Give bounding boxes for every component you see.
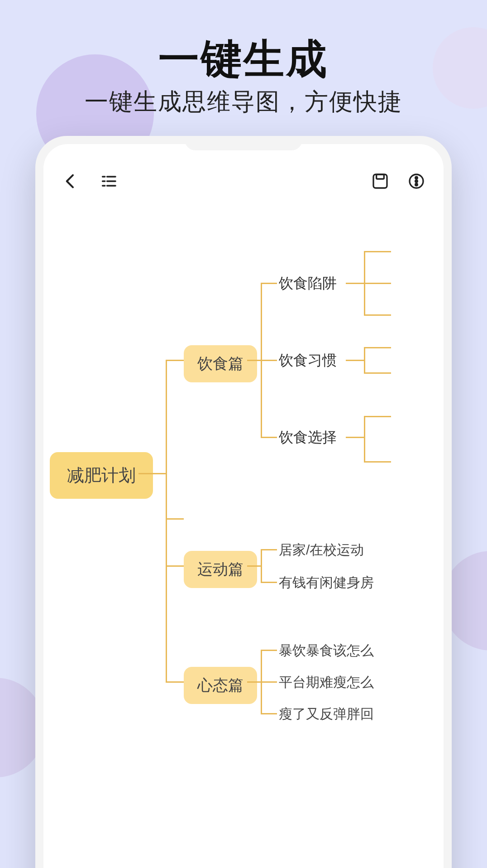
node-label: 饮食选择 (279, 428, 337, 448)
node-label: 饮食陷阱 (279, 274, 337, 294)
connector (166, 518, 167, 565)
outline-icon[interactable] (100, 172, 118, 190)
phone-frame: 减肥计划 饮食篇 饮食陷阱 (35, 136, 452, 868)
mindmap-canvas[interactable]: 减肥计划 饮食篇 饮食陷阱 (43, 226, 444, 868)
connector (261, 681, 277, 683)
connector (364, 347, 391, 348)
connector (247, 681, 261, 683)
mindmap-leaf-node[interactable]: 有钱有闲健身房 (279, 574, 374, 592)
mindmap-leaf-node[interactable]: 饮食习惯 (279, 351, 337, 371)
connector (364, 372, 391, 374)
node-label: 饮食篇 (197, 353, 244, 374)
connector (346, 360, 364, 361)
node-label: 暴饮暴食该怎么 (279, 641, 374, 660)
more-icon[interactable] (407, 172, 425, 190)
connector (346, 437, 364, 438)
connector (261, 549, 262, 582)
top-toolbar (62, 168, 425, 195)
connector (166, 565, 184, 567)
node-label: 瘦了又反弹胖回 (279, 705, 374, 723)
node-label: 居家/在校运动 (279, 541, 364, 559)
connector (261, 582, 277, 583)
mindmap-leaf-node[interactable]: 饮食选择 (279, 428, 337, 448)
node-label: 平台期难瘦怎么 (279, 673, 374, 692)
connector (346, 283, 364, 284)
mindmap-leaf-node[interactable]: 饮食陷阱 (279, 274, 337, 294)
phone-notch (185, 136, 302, 150)
connector (138, 473, 166, 474)
mindmap-branch-node[interactable]: 运动篇 (184, 551, 257, 588)
node-label: 有钱有闲健身房 (279, 574, 374, 592)
svg-point-11 (415, 183, 418, 186)
connector (261, 713, 277, 714)
connector (364, 347, 365, 372)
mindmap-branch-node[interactable]: 饮食篇 (184, 345, 257, 382)
app-screen: 减肥计划 饮食篇 饮食陷阱 (43, 144, 444, 868)
svg-point-10 (415, 180, 418, 183)
connector (261, 437, 277, 438)
node-label: 运动篇 (197, 559, 244, 580)
promo-subheadline: 一键生成思维导图，方便快捷 (0, 86, 487, 118)
node-label: 减肥计划 (67, 464, 136, 487)
mindmap-branch-node[interactable]: 心态篇 (184, 667, 257, 704)
svg-rect-6 (373, 174, 387, 188)
connector (364, 283, 391, 284)
mindmap-leaf-node[interactable]: 暴饮暴食该怎么 (279, 641, 374, 660)
back-icon[interactable] (62, 172, 80, 190)
svg-point-9 (415, 177, 418, 179)
connector (166, 360, 184, 361)
connector (166, 681, 184, 683)
node-label: 心态篇 (197, 675, 244, 696)
connector (247, 360, 261, 361)
save-icon[interactable] (371, 172, 389, 190)
connector (261, 360, 277, 361)
connector (261, 283, 277, 284)
connector (166, 518, 184, 520)
node-label: 饮食习惯 (279, 351, 337, 371)
connector (261, 650, 277, 651)
mindmap-leaf-node[interactable]: 居家/在校运动 (279, 541, 364, 559)
connector (364, 416, 391, 417)
mindmap-leaf-node[interactable]: 平台期难瘦怎么 (279, 673, 374, 692)
connector (364, 251, 391, 252)
mindmap-root-node[interactable]: 减肥计划 (50, 452, 153, 499)
connector (364, 461, 391, 463)
connector (247, 565, 261, 567)
mindmap-leaf-node[interactable]: 瘦了又反弹胖回 (279, 705, 374, 723)
svg-rect-7 (377, 174, 384, 179)
connector (364, 416, 365, 461)
promo-headline: 一键生成 (0, 32, 487, 87)
connector (261, 549, 277, 550)
connector (364, 314, 391, 316)
